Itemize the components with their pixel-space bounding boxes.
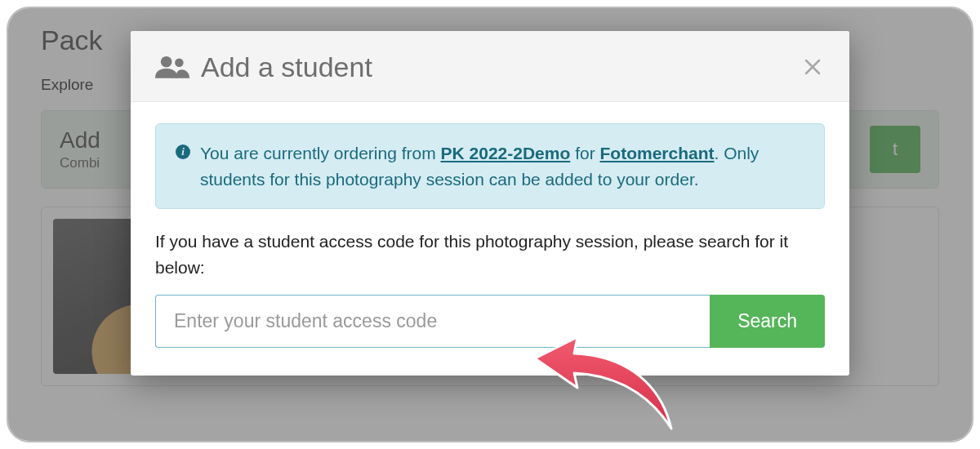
info-for: for	[570, 144, 599, 162]
info-merchant-link[interactable]: Fotomerchant	[599, 144, 714, 162]
info-banner: i You are currently ordering from PK 202…	[155, 123, 825, 209]
svg-point-1	[175, 59, 184, 68]
help-text: If you have a student access code for th…	[155, 229, 825, 280]
access-code-input[interactable]	[155, 295, 710, 348]
users-icon	[155, 55, 189, 79]
add-student-modal: Add a student i You are currently orderi…	[131, 31, 849, 376]
modal-title: Add a student	[201, 51, 372, 83]
info-session-link[interactable]: PK 2022-2Demo	[441, 144, 571, 162]
info-icon: i	[176, 144, 190, 159]
search-button[interactable]: Search	[710, 295, 825, 348]
search-row: Search	[155, 295, 825, 348]
svg-point-0	[161, 56, 172, 68]
info-prefix: You are currently ordering from	[200, 144, 441, 162]
info-text: You are currently ordering from PK 2022-…	[200, 140, 804, 192]
close-icon[interactable]	[800, 51, 825, 83]
modal-header: Add a student	[131, 31, 849, 102]
